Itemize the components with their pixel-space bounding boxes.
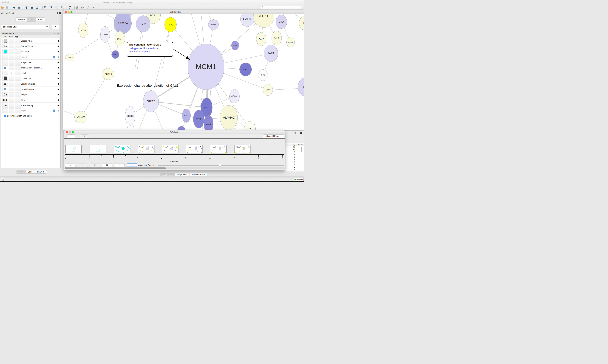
node-swi5[interactable]: SWI5 bbox=[208, 19, 219, 30]
property-mapping-cell[interactable] bbox=[9, 65, 14, 70]
network-window-titlebar[interactable]: galFiltered.sif bbox=[63, 11, 304, 14]
property-mapping-cell[interactable] bbox=[9, 55, 14, 59]
tab-style[interactable]: Style bbox=[28, 18, 36, 22]
node-alpha2[interactable]: ALPHA2 bbox=[220, 105, 238, 130]
collapse-all-icon[interactable] bbox=[57, 33, 59, 35]
property-bypass-cell[interactable] bbox=[15, 92, 21, 97]
cell-value[interactable]: 2 bbox=[285, 156, 295, 158]
expand-row-icon[interactable] bbox=[57, 89, 59, 90]
table-vscrollbar[interactable] bbox=[301, 147, 302, 152]
table-row[interactable]: 2 bbox=[285, 169, 304, 171]
zoom-fit-icon[interactable] bbox=[55, 6, 58, 9]
cell-value[interactable]: 2 bbox=[285, 166, 295, 168]
edge[interactable] bbox=[81, 74, 108, 117]
zoom-window-icon[interactable] bbox=[7, 1, 9, 3]
node-swi4[interactable]: SWI4 bbox=[263, 84, 273, 96]
property-bypass-cell[interactable] bbox=[15, 44, 21, 48]
frame-thumbnail-7[interactable] bbox=[210, 145, 226, 153]
property-default-cell[interactable] bbox=[2, 60, 8, 65]
node-bar1[interactable]: BAR1 bbox=[204, 116, 213, 130]
close-table-icon[interactable] bbox=[300, 132, 302, 134]
hscrollbar-thumb[interactable] bbox=[65, 168, 166, 169]
node-slt2[interactable]: SLT2 bbox=[298, 78, 304, 97]
node-pdc5[interactable]: PDC5 bbox=[111, 51, 119, 59]
annotation-box[interactable]: Transcription factor MCM1 Cell-type-spec… bbox=[127, 42, 173, 57]
property-bypass-cell[interactable] bbox=[15, 103, 21, 107]
node-hap2[interactable]: HAP2 bbox=[299, 15, 304, 31]
node-gal11[interactable]: GAL11 bbox=[253, 14, 274, 28]
table-row[interactable]: 2 bbox=[285, 156, 304, 158]
property-default-cell[interactable] bbox=[2, 65, 8, 70]
property-row-transparency[interactable]: 255Transparency bbox=[1, 103, 60, 108]
slider-thumb[interactable] bbox=[219, 164, 221, 166]
float-table-icon[interactable] bbox=[293, 132, 296, 134]
property-mapping-cell[interactable] bbox=[9, 44, 14, 48]
expand-row-icon[interactable] bbox=[57, 40, 59, 42]
cyanimator-titlebar[interactable]: CyAnimator bbox=[64, 130, 285, 134]
zoom-in-icon[interactable] bbox=[43, 6, 47, 9]
expand-row-icon[interactable] bbox=[57, 62, 59, 63]
table-row[interactable]: 1 bbox=[285, 153, 304, 156]
property-mapping-cell[interactable] bbox=[9, 82, 14, 86]
property-mapping-cell[interactable] bbox=[9, 98, 14, 102]
node-lsm4[interactable]: LSM4 bbox=[115, 31, 125, 46]
timeline-hscrollbar[interactable] bbox=[64, 167, 285, 169]
close-panel-icon[interactable] bbox=[59, 12, 61, 14]
frame-thumbnail-8[interactable] bbox=[235, 145, 251, 153]
edge[interactable] bbox=[151, 25, 170, 101]
expand-row-icon[interactable] bbox=[57, 94, 59, 95]
expand-row-icon[interactable] bbox=[57, 72, 59, 74]
tab-network2[interactable]: Network bbox=[35, 170, 47, 173]
expand-row-icon[interactable] bbox=[57, 67, 59, 69]
frame-thumbnail-4[interactable] bbox=[138, 145, 154, 153]
property-mapping-cell[interactable] bbox=[9, 103, 14, 107]
current-style-dropdown[interactable]: galFiltered Style bbox=[1, 25, 49, 29]
cell-value[interactable]: 2 bbox=[285, 164, 295, 166]
expand-row-icon[interactable] bbox=[57, 46, 59, 47]
expand-row-icon[interactable] bbox=[57, 51, 59, 52]
timeline[interactable]: 0123456789 Seconds bbox=[64, 139, 285, 163]
info-icon[interactable]: i bbox=[53, 56, 55, 58]
property-default-cell[interactable]: 12 bbox=[2, 82, 8, 86]
property-row-image-chart-1[interactable]: Image/Chart 1 bbox=[1, 60, 60, 65]
tab-network-table[interactable]: Network Table bbox=[190, 173, 207, 176]
property-default-cell[interactable] bbox=[2, 71, 8, 75]
property-row-label-position[interactable]: Label Position bbox=[1, 87, 60, 92]
property-default-cell[interactable] bbox=[2, 49, 8, 54]
node-cdc28[interactable]: CDC28 bbox=[125, 106, 135, 126]
cell-value[interactable]: 26 bbox=[285, 146, 295, 148]
property-mapping-cell[interactable] bbox=[9, 71, 14, 75]
property-bypass-cell[interactable] bbox=[15, 76, 21, 81]
task-history-button[interactable] bbox=[1, 178, 5, 181]
step-back-button[interactable] bbox=[102, 163, 112, 167]
node-cln3[interactable]: CLN3 bbox=[258, 69, 268, 81]
expand-row-icon[interactable] bbox=[57, 83, 59, 85]
annotation-link[interactable]: Pheromone response bbox=[129, 50, 171, 53]
cell-value[interactable]: 2 bbox=[285, 158, 295, 161]
tab-edge-table[interactable]: Edge Table bbox=[175, 173, 190, 176]
node-mfa2[interactable]: MFA2 bbox=[239, 63, 252, 76]
property-row-size[interactable]: 50.0Size bbox=[1, 97, 60, 103]
expand-row-icon[interactable] bbox=[57, 99, 59, 101]
node-ste4[interactable]: STE4 bbox=[276, 15, 287, 29]
animation-speed-slider[interactable] bbox=[158, 165, 284, 166]
add-frame-button[interactable]: + bbox=[67, 134, 75, 138]
expand-row-icon[interactable] bbox=[57, 78, 59, 79]
node-tub1[interactable]: TUB1 bbox=[244, 121, 256, 130]
float-panel-icon[interactable] bbox=[56, 12, 58, 14]
property-bypass-cell[interactable] bbox=[15, 60, 21, 65]
export-table-icon[interactable] bbox=[30, 6, 34, 9]
lock-checkbox[interactable]: ✓ bbox=[4, 115, 6, 117]
property-bypass-cell[interactable] bbox=[15, 87, 21, 91]
property-row-border-paint[interactable]: Border Paint bbox=[1, 38, 60, 43]
property-bypass-cell[interactable] bbox=[15, 108, 21, 113]
property-default-cell[interactable]: 2.0 bbox=[2, 44, 8, 48]
frame-thumbnail-3[interactable] bbox=[114, 145, 130, 153]
zoom-out-icon[interactable] bbox=[49, 6, 53, 9]
node-gcy1[interactable]: GCY1 bbox=[286, 37, 295, 47]
search-input[interactable] bbox=[261, 6, 301, 9]
table-row[interactable]: 2 bbox=[285, 161, 304, 164]
annotation-link[interactable]: Cell-type-specific transcription bbox=[129, 47, 171, 50]
property-row-label-font-size[interactable]: 12Label Font Size bbox=[1, 81, 60, 87]
node-dmc1[interactable]: DMC1 bbox=[136, 15, 150, 32]
